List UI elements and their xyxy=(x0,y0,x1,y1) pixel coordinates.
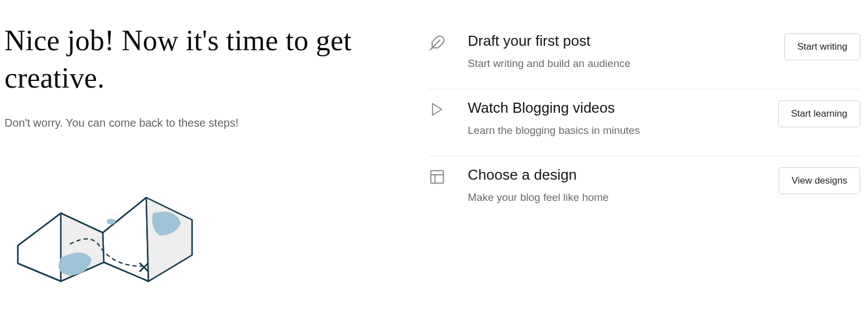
feather-icon xyxy=(429,32,445,51)
start-writing-button[interactable]: Start writing xyxy=(784,33,860,60)
hero-subhead: Don't worry. You can come back to these … xyxy=(4,117,429,129)
step-desc: Make your blog feel like home xyxy=(468,191,756,204)
svg-marker-4 xyxy=(433,104,442,116)
step-choose-design: Choose a design Make your blog feel like… xyxy=(429,156,860,223)
hero-section: Nice job! Now it's time to get creative.… xyxy=(4,22,429,322)
step-title: Watch Blogging videos xyxy=(468,99,756,117)
svg-line-3 xyxy=(430,40,440,50)
view-designs-button[interactable]: View designs xyxy=(779,167,860,194)
hero-headline: Nice job! Now it's time to get creative. xyxy=(4,22,429,97)
step-draft-post: Draft your first post Start writing and … xyxy=(429,22,860,89)
step-watch-videos: Watch Blogging videos Learn the blogging… xyxy=(429,89,860,156)
step-title: Choose a design xyxy=(468,166,756,184)
step-title: Draft your first post xyxy=(468,32,762,50)
svg-rect-5 xyxy=(431,171,444,184)
steps-list: Draft your first post Start writing and … xyxy=(429,22,868,322)
map-illustration xyxy=(8,180,429,291)
start-learning-button[interactable]: Start learning xyxy=(778,100,860,127)
svg-point-0 xyxy=(107,219,116,224)
layout-icon xyxy=(429,166,445,185)
step-desc: Learn the blogging basics in minutes xyxy=(468,124,756,137)
step-desc: Start writing and build an audience xyxy=(468,57,762,70)
play-icon xyxy=(429,99,445,117)
